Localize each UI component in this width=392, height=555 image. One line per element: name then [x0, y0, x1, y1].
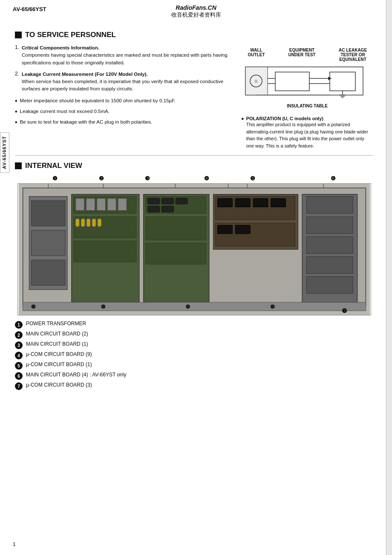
side-label: AV-65/66YST [0, 132, 9, 173]
main-content: TO SERVICE PERSONNEL 1. Critical Compone… [0, 20, 386, 396]
parts-item-5: 5 µ-COM CIRCUIT BOARD (1) [15, 361, 373, 370]
svg-rect-51 [217, 225, 232, 234]
svg-rect-19 [31, 230, 65, 256]
title-block-icon-2 [15, 162, 22, 169]
callout-2: ❷ [99, 175, 104, 182]
header: RadioFans.CN 收音机爱好者资料库 [0, 0, 392, 20]
svg-rect-28 [107, 199, 116, 211]
internal-view-section: INTERNAL VIEW ❶ ❷ ❸ ❹ [15, 162, 373, 390]
service-left-col: 1. Critical Components Information. Comp… [15, 44, 233, 149]
parts-num-3: 3 [15, 341, 23, 349]
svg-text:❼: ❼ [342, 307, 347, 314]
parts-list: 1 POWER TRANSFORMER 2 MAIN CIRCUIT BOARD… [15, 321, 373, 390]
leakage-diagram: WALL OUTLET EQUIPMENT UNDER TEST AC LEAK… [241, 44, 373, 112]
service-content: 1. Critical Components Information. Comp… [15, 44, 373, 149]
svg-rect-39 [147, 198, 159, 204]
parts-item-2: 2 MAIN CIRCUIT BOARD (2) [15, 331, 373, 339]
svg-rect-58 [306, 277, 353, 294]
parts-num-1: 1 [15, 321, 23, 329]
svg-rect-31 [81, 219, 84, 226]
svg-rect-48 [235, 199, 250, 207]
callout-5: ❺ [250, 175, 255, 182]
svg-rect-7 [330, 72, 355, 91]
leakage-labels: WALL OUTLET EQUIPMENT UNDER TEST AC LEAK… [245, 48, 370, 62]
svg-rect-56 [306, 237, 353, 254]
list-item-2: 2. Leakage Current Measurement (For 120V… [15, 71, 233, 93]
svg-rect-42 [147, 206, 159, 212]
callout-row: ❶ ❷ ❸ ❹ ❺ ❻ [15, 175, 373, 183]
bullet-item-2: • Leakage current must not exceed 0.5mA. [15, 108, 233, 115]
bullet-icon-1: • [15, 98, 17, 104]
section-divider [15, 155, 373, 156]
callout-1: ❶ [52, 175, 58, 182]
svg-point-63 [270, 304, 274, 309]
svg-rect-32 [86, 219, 90, 226]
svg-rect-54 [306, 197, 353, 214]
svg-rect-37 [145, 217, 206, 240]
svg-rect-30 [75, 219, 79, 226]
bullet-icon-2: • [15, 108, 17, 115]
svg-rect-41 [176, 198, 187, 204]
svg-rect-59 [23, 302, 366, 311]
site-title: RadioFans.CN [0, 4, 392, 11]
model-label: AV-65/66YST [13, 6, 46, 12]
bullet-pol-icon: ● [241, 116, 244, 121]
svg-rect-18 [31, 201, 65, 226]
bullet-item-1: • Meter impedance should be equivalent t… [15, 97, 233, 104]
parts-item-4: 4 µ-COM CIRCUIT BOARD (9) [15, 351, 373, 359]
svg-rect-40 [161, 198, 173, 204]
parts-num-7: 7 [15, 382, 23, 390]
leakage-svg: ① [245, 64, 364, 102]
site-subtitle: 收音机爱好者资料库 [0, 11, 392, 19]
svg-rect-26 [86, 199, 95, 211]
service-section-title: TO SERVICE PERSONNEL [15, 31, 373, 39]
svg-text:①: ① [254, 79, 258, 84]
svg-point-61 [101, 304, 105, 309]
parts-item-3: 3 MAIN CIRCUIT BOARD (1) [15, 341, 373, 349]
svg-point-60 [31, 304, 35, 309]
parts-item-1: 1 POWER TRANSFORMER [15, 321, 373, 329]
svg-rect-38 [145, 243, 206, 264]
callout-4: ❹ [204, 175, 209, 182]
right-border [386, 0, 392, 555]
parts-num-2: 2 [15, 331, 23, 339]
svg-rect-24 [73, 241, 136, 262]
svg-rect-4 [275, 72, 309, 91]
svg-rect-55 [306, 217, 353, 234]
svg-rect-43 [161, 206, 173, 212]
svg-rect-25 [75, 199, 84, 211]
bullet-icon-3: • [15, 119, 17, 126]
svg-rect-47 [217, 199, 232, 207]
bullet-item-3: • Be sure to test for leakage with the A… [15, 119, 233, 126]
parts-num-6: 6 [15, 372, 23, 380]
page-number: 1 [13, 541, 16, 547]
svg-rect-52 [235, 225, 250, 234]
page: AV-65/66YST RadioFans.CN 收音机爱好者资料库 AV-65… [0, 0, 392, 555]
svg-rect-34 [98, 219, 101, 226]
title-block-icon [15, 32, 22, 38]
internal-view-title: INTERNAL VIEW [15, 162, 373, 170]
polarization-section: ● POLARIZATION (U, C models only) This a… [241, 116, 373, 149]
svg-rect-49 [253, 199, 268, 207]
diagram-container: ❶ ❷ ❸ ❹ ❺ ❻ [15, 175, 373, 315]
svg-rect-33 [92, 219, 95, 226]
parts-num-4: 4 [15, 352, 23, 359]
parts-item-6: 6 MAIN CIRCUIT BOARD (4) : AV-66YST only [15, 372, 373, 380]
svg-rect-57 [306, 257, 353, 274]
callout-3: ❸ [145, 175, 150, 182]
svg-rect-29 [118, 199, 127, 211]
insulating-table-label: INSULATING TABLE [245, 104, 370, 108]
parts-num-5: 5 [15, 362, 23, 370]
service-right-col: WALL OUTLET EQUIPMENT UNDER TEST AC LEAK… [241, 44, 373, 149]
list-item-1: 1. Critical Components Information. Comp… [15, 44, 233, 66]
svg-point-62 [186, 304, 190, 309]
svg-rect-27 [97, 199, 105, 211]
parts-item-7: 7 µ-COM CIRCUIT BOARD (3) [15, 382, 373, 390]
device-diagram-svg: ❼ [17, 183, 371, 315]
svg-rect-20 [31, 260, 65, 286]
svg-rect-50 [271, 199, 285, 207]
callout-6: ❻ [331, 175, 336, 182]
